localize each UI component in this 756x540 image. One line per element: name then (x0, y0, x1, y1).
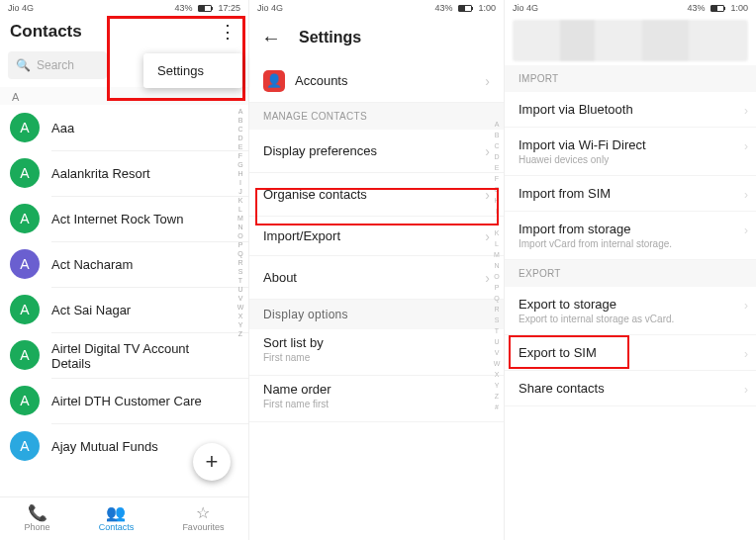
row-display-preferences[interactable]: Display preferences › (249, 130, 504, 173)
battery-percent: 43% (434, 3, 452, 13)
import-export-label: Import/Export (263, 228, 340, 243)
row-about[interactable]: About › (249, 256, 504, 300)
contact-name: Aalankrita Resort (51, 150, 248, 196)
contact-name: Airtel DTH Customer Care (51, 378, 248, 423)
contact-row[interactable]: AAirtel DTH Customer Care (0, 378, 248, 423)
avatar: A (10, 386, 40, 415)
export-header: EXPORT (505, 260, 756, 287)
chevron-right-icon: › (744, 224, 748, 237)
import-sim-label: Import from SIM (519, 186, 611, 201)
overflow-menu-popup: Settings (143, 53, 242, 88)
search-icon: 🔍 (16, 58, 31, 72)
menu-item-settings[interactable]: Settings (157, 63, 229, 78)
chevron-right-icon: › (485, 73, 490, 89)
battery-icon (458, 5, 472, 12)
status-bar: Jio 4G 43% 1:00 (505, 0, 756, 16)
annotation-box-import-export (255, 188, 499, 225)
chevron-right-icon: › (744, 188, 748, 202)
row-export-sim[interactable]: Export to SIM › (505, 335, 756, 371)
contact-row[interactable]: AAaa (0, 105, 248, 150)
import-storage-label: Import from storage (519, 222, 742, 236)
row-import-storage[interactable]: Import from storage Import vCard from in… (505, 212, 756, 260)
contact-name: Aaa (51, 105, 248, 150)
status-bar: Jio 4G 43% 17:25 (0, 0, 248, 16)
about-label: About (263, 270, 297, 285)
share-label: Share contacts (519, 381, 605, 396)
import-storage-sub: Import vCard from internal storage. (519, 238, 742, 249)
search-input[interactable]: 🔍 Search (8, 51, 107, 79)
alpha-index-overlay: A B C D E F G H I J K L M N O P Q R S T … (492, 119, 502, 412)
row-accounts[interactable]: 👤 Accounts › (249, 59, 504, 103)
bottom-nav: 📞 Phone 👥 Contacts ☆ Favourites (0, 496, 248, 540)
contact-row[interactable]: AAct Sai Nagar (0, 287, 248, 332)
nav-contacts-label: Contacts (99, 522, 135, 532)
annotation-box-export-sim (509, 335, 629, 369)
phone-icon: 📞 (28, 505, 47, 521)
chevron-right-icon: › (485, 270, 490, 286)
chevron-right-icon: › (744, 383, 748, 397)
avatar: A (10, 158, 40, 188)
nav-favourites-label: Favourites (182, 522, 224, 532)
nav-contacts[interactable]: 👥 Contacts (99, 505, 135, 532)
settings-title: Settings (299, 29, 361, 46)
alpha-index-scroll[interactable]: A B C D E F G H I J K L M N O P Q R S T … (235, 107, 246, 338)
nav-phone[interactable]: 📞 Phone (25, 505, 50, 532)
star-icon: ☆ (196, 505, 210, 521)
avatar: A (10, 249, 40, 279)
battery-icon (198, 5, 212, 12)
display-options-header: Display options (249, 300, 504, 329)
avatar: A (10, 295, 40, 324)
contact-name: Act Internet Rock Town (51, 196, 248, 241)
export-storage-sub: Export to internal storage as vCard. (519, 314, 742, 324)
battery-percent: 43% (687, 3, 705, 13)
row-export-storage[interactable]: Export to storage Export to internal sto… (505, 287, 756, 335)
contacts-app-pane: Jio 4G 43% 17:25 Contacts ⋮ 🔍 Search Set… (0, 0, 249, 540)
import-wifi-sub: Huawei devices only (519, 154, 742, 165)
add-contact-fab[interactable]: + (193, 443, 231, 481)
chevron-right-icon: › (744, 299, 748, 313)
row-sort-list-by[interactable]: Sort list by First name (249, 329, 504, 376)
row-import-bluetooth[interactable]: Import via Bluetooth › (505, 92, 756, 128)
row-share-contacts[interactable]: Share contacts › (505, 371, 756, 406)
nameorder-label: Name order (263, 382, 490, 397)
battery-icon (710, 5, 724, 12)
carrier-label: Jio 4G (513, 3, 538, 13)
display-pref-label: Display preferences (263, 143, 377, 158)
contacts-icon: 👥 (106, 505, 126, 521)
accounts-icon: 👤 (263, 70, 285, 92)
contact-list[interactable]: AAaaAAalankrita ResortAAct Internet Rock… (0, 105, 248, 469)
row-name-order[interactable]: Name order First name first (249, 376, 504, 422)
clock: 1:00 (478, 3, 496, 13)
chevron-right-icon: › (744, 139, 748, 153)
contact-row[interactable]: AAct Nacharam (0, 241, 248, 287)
export-storage-label: Export to storage (519, 297, 742, 312)
contact-row[interactable]: AAalankrita Resort (0, 150, 248, 196)
chevron-right-icon: › (485, 143, 490, 159)
import-export-pane: Jio 4G 43% 1:00 IMPORT Import via Blueto… (505, 0, 756, 540)
back-arrow-icon[interactable]: ← (261, 27, 281, 49)
manage-contacts-header: MANAGE CONTACTS (249, 103, 504, 130)
carrier-label: Jio 4G (257, 3, 283, 13)
row-import-sim[interactable]: Import from SIM › (505, 176, 756, 212)
chevron-right-icon: › (485, 228, 490, 244)
nav-phone-label: Phone (25, 522, 50, 532)
settings-pane: Jio 4G 43% 1:00 ← Settings 👤 Accounts › … (249, 0, 505, 540)
avatar: A (10, 431, 40, 461)
import-wifi-label: Import via Wi-Fi Direct (519, 137, 742, 152)
nav-favourites[interactable]: ☆ Favourites (182, 505, 224, 532)
avatar: A (10, 204, 40, 233)
row-import-wifi[interactable]: Import via Wi-Fi Direct Huawei devices o… (505, 128, 756, 176)
contact-name: Act Nacharam (51, 241, 248, 287)
search-placeholder: Search (37, 58, 74, 72)
plus-icon: + (206, 449, 219, 475)
contact-name: Airtel Digital TV Account Details (51, 332, 248, 378)
contact-row[interactable]: AAct Internet Rock Town (0, 196, 248, 241)
nameorder-value: First name first (263, 399, 490, 409)
avatar: A (10, 113, 40, 142)
contact-row[interactable]: AAirtel Digital TV Account Details (0, 332, 248, 378)
settings-header: ← Settings (249, 16, 504, 59)
clock: 17:25 (218, 3, 240, 13)
avatar: A (10, 340, 40, 370)
chevron-right-icon: › (744, 104, 748, 118)
app-title: Contacts (10, 22, 82, 42)
